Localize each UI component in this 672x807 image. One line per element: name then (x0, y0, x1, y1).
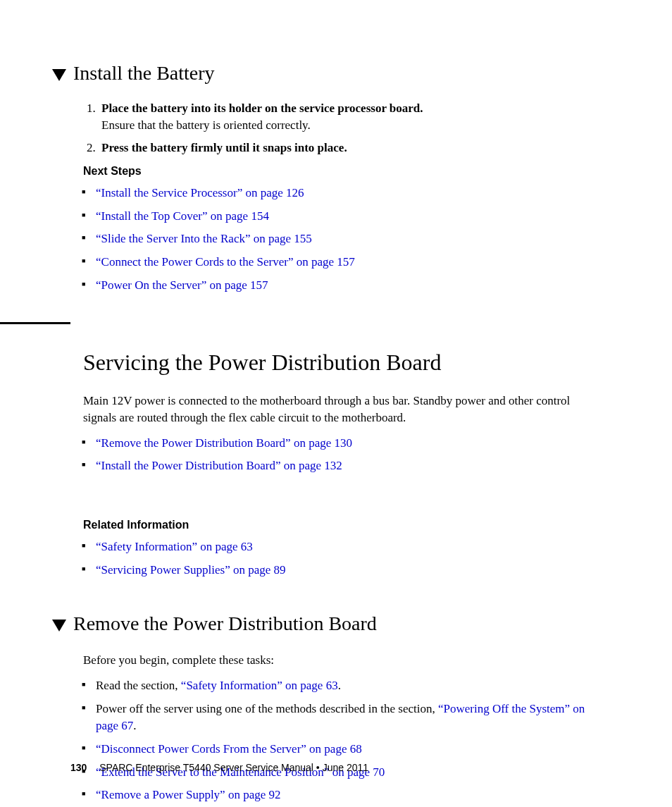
xref-link[interactable]: “Install the Power Distribution Board” o… (96, 459, 342, 472)
footer-text: SPARC Enterprise T5440 Server Service Ma… (99, 762, 368, 773)
page-footer: 130 SPARC Enterprise T5440 Server Servic… (70, 762, 368, 773)
section-rule (0, 322, 70, 324)
xref-link[interactable]: “Remove a Power Supply” on page 92 (96, 788, 281, 801)
xref-link[interactable]: “Install the Service Processor” on page … (96, 186, 304, 199)
xref-link[interactable]: “Slide the Server Into the Rack” on page… (96, 232, 312, 245)
list-item: “Connect the Power Cords to the Server” … (96, 254, 602, 271)
xref-link[interactable]: “Remove the Power Distribution Board” on… (96, 436, 352, 450)
list-item: “Power On the Server” on page 157 (96, 277, 602, 295)
section2-links: “Remove the Power Distribution Board” on… (70, 435, 602, 475)
task-title: Install the Battery (73, 62, 215, 85)
list-item: “Install the Power Distribution Board” o… (96, 457, 602, 475)
xref-link[interactable]: “Disconnect Power Cords From the Server”… (96, 742, 362, 756)
xref-link[interactable]: “Power On the Server” on page 157 (96, 278, 268, 292)
xref-link[interactable]: “Safety Information” on page 63 (181, 679, 338, 692)
xref-link[interactable]: “Install the Top Cover” on page 154 (96, 209, 269, 223)
text: Power off the server using one of the me… (96, 702, 438, 715)
task-title: Remove the Power Distribution Board (73, 612, 377, 635)
page-number: 130 (70, 762, 87, 773)
install-battery-steps: Place the battery into its holder on the… (70, 101, 602, 155)
step-item: Press the battery firmly until it snaps … (99, 141, 602, 155)
text: Read the section, (96, 679, 181, 692)
task-heading-install-battery: Install the Battery (70, 62, 602, 85)
list-item: Power off the server using one of the me… (96, 701, 602, 735)
triangle-down-icon (52, 620, 66, 632)
list-item: “Servicing Power Supplies” on page 89 (96, 562, 602, 579)
step-sub: Ensure that the battery is oriented corr… (101, 118, 602, 133)
next-steps-label: Next Steps (83, 165, 602, 178)
related-info-list: “Safety Information” on page 63 “Servici… (70, 538, 602, 579)
xref-link[interactable]: “Connect the Power Cords to the Server” … (96, 255, 355, 269)
text: . (338, 679, 341, 692)
step-item: Place the battery into its holder on the… (99, 101, 602, 133)
section3-items: Read the section, “Safety Information” o… (70, 677, 602, 804)
list-item: “Remove a Power Supply” on page 92 (96, 787, 602, 804)
step-head: Press the battery firmly until it snaps … (101, 141, 602, 155)
list-item: “Safety Information” on page 63 (96, 538, 602, 556)
xref-link[interactable]: “Safety Information” on page 63 (96, 540, 253, 553)
list-item: “Remove the Power Distribution Board” on… (96, 435, 602, 452)
section-intro: Main 12V power is connected to the mothe… (83, 393, 602, 426)
list-item: “Slide the Server Into the Rack” on page… (96, 230, 602, 248)
related-info-label: Related Information (83, 519, 602, 531)
triangle-down-icon (52, 69, 66, 81)
section-heading-power-dist: Servicing the Power Distribution Board (83, 350, 602, 376)
xref-link[interactable]: “Servicing Power Supplies” on page 89 (96, 563, 286, 577)
task-heading-remove-pdb: Remove the Power Distribution Board (70, 612, 602, 635)
text: . (133, 719, 136, 732)
list-item: “Disconnect Power Cords From the Server”… (96, 741, 602, 758)
list-item: “Install the Top Cover” on page 154 (96, 208, 602, 226)
next-steps-list: “Install the Service Processor” on page … (70, 185, 602, 294)
list-item: “Install the Service Processor” on page … (96, 185, 602, 202)
step-head: Place the battery into its holder on the… (101, 101, 602, 116)
list-item: Read the section, “Safety Information” o… (96, 677, 602, 695)
section3-intro: Before you begin, complete these tasks: (83, 652, 602, 669)
